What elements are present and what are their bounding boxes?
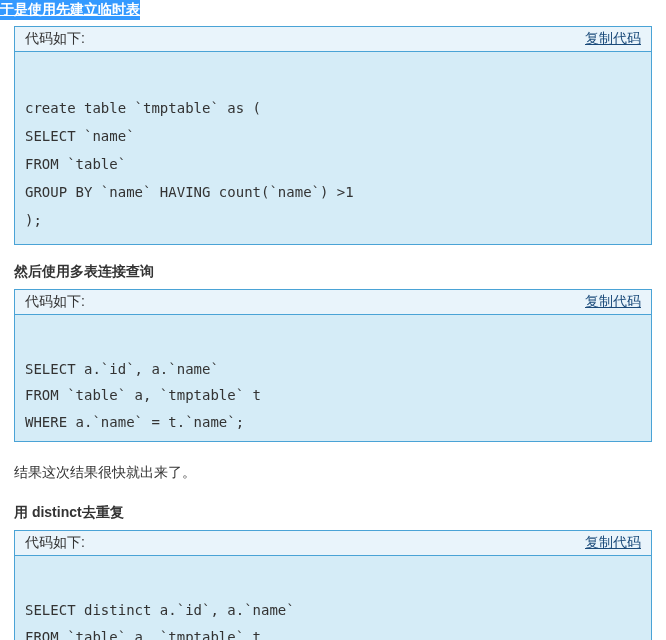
code-header: 代码如下: 复制代码: [15, 27, 651, 52]
code-block-1: 代码如下: 复制代码 create table `tmptable` as ( …: [14, 26, 652, 245]
copy-code-link[interactable]: 复制代码: [585, 293, 641, 311]
code-block-3: 代码如下: 复制代码 SELECT distinct a.`id`, a.`na…: [14, 530, 652, 640]
code-label: 代码如下:: [25, 293, 85, 311]
code-body: SELECT a.`id`, a.`name` FROM `table` a, …: [15, 315, 651, 441]
section-heading-distinct: 用 distinct去重复: [14, 504, 666, 522]
section-heading-join: 然后使用多表连接查询: [14, 263, 666, 281]
code-block-2: 代码如下: 复制代码 SELECT a.`id`, a.`name` FROM …: [14, 289, 652, 442]
highlight-heading: 于是使用先建立临时表: [0, 0, 140, 20]
result-text: 结果这次结果很快就出来了。: [14, 464, 666, 482]
code-body: create table `tmptable` as ( SELECT `nam…: [15, 52, 651, 244]
copy-code-link[interactable]: 复制代码: [585, 30, 641, 48]
code-label: 代码如下:: [25, 30, 85, 48]
copy-code-link[interactable]: 复制代码: [585, 534, 641, 552]
code-header: 代码如下: 复制代码: [15, 290, 651, 315]
code-body: SELECT distinct a.`id`, a.`name` FROM `t…: [15, 556, 651, 640]
code-header: 代码如下: 复制代码: [15, 531, 651, 556]
code-label: 代码如下:: [25, 534, 85, 552]
